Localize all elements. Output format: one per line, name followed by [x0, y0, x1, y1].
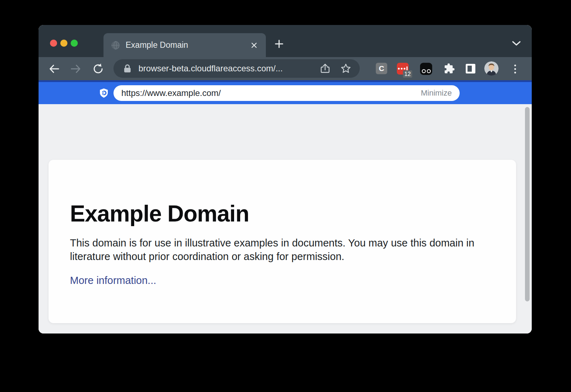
side-panel-icon[interactable] — [466, 64, 475, 73]
browser-toolbar: browser-beta.cloudflareaccess.com/... C … — [39, 57, 532, 80]
minimize-window-button[interactable] — [60, 40, 67, 47]
lock-icon[interactable] — [123, 64, 131, 73]
isolation-url-text[interactable]: https://www.example.com/ — [121, 88, 421, 98]
browser-window: Example Domain browser-beta.clo — [39, 25, 532, 334]
extension-badge: 12 — [403, 70, 412, 78]
puzzle-extensions-icon[interactable] — [443, 63, 455, 75]
tab-title: Example Domain — [126, 40, 249, 50]
scrollbar-thumb[interactable] — [525, 107, 530, 301]
new-tab-icon[interactable] — [274, 39, 284, 49]
zoom-window-button[interactable] — [71, 40, 78, 47]
bookmark-star-icon[interactable] — [340, 63, 351, 74]
share-icon[interactable] — [320, 63, 330, 74]
extension-black-eyes-icon[interactable] — [420, 63, 432, 75]
chevron-down-icon[interactable] — [512, 41, 521, 46]
extension-c-icon[interactable]: C — [376, 63, 387, 74]
isolation-url-bar[interactable]: https://www.example.com/ Minimize — [113, 85, 460, 101]
page-paragraph: This domain is for use in illustrative e… — [70, 236, 482, 263]
avatar[interactable] — [484, 61, 499, 76]
content-card: Example Domain This domain is for use in… — [49, 160, 516, 323]
tab-example-domain[interactable]: Example Domain — [103, 33, 266, 57]
globe-favicon-icon — [111, 41, 120, 50]
minimize-button[interactable]: Minimize — [421, 88, 452, 98]
tab-close-icon[interactable] — [249, 41, 259, 50]
back-icon[interactable] — [49, 63, 60, 75]
tab-strip: Example Domain — [39, 25, 532, 57]
forward-icon[interactable] — [70, 63, 81, 75]
kebab-menu-icon[interactable] — [513, 63, 517, 75]
more-information-link[interactable]: More information... — [70, 275, 156, 286]
address-bar[interactable]: browser-beta.cloudflareaccess.com/... — [113, 59, 360, 78]
reload-icon[interactable] — [92, 63, 104, 75]
close-window-button[interactable] — [50, 40, 57, 47]
address-url-text[interactable]: browser-beta.cloudflareaccess.com/... — [138, 63, 320, 73]
shield-arrow-icon — [98, 88, 109, 98]
page-viewport: Example Domain This domain is for use in… — [39, 104, 532, 334]
isolation-bar: https://www.example.com/ Minimize — [39, 80, 532, 104]
page-title: Example Domain — [70, 201, 495, 226]
